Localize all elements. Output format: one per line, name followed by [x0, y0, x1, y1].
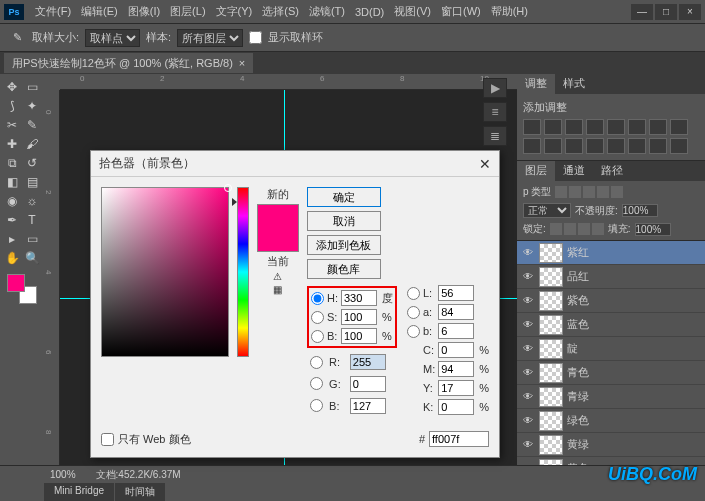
k-input[interactable]	[438, 399, 474, 415]
channels-tab[interactable]: 通道	[555, 161, 593, 181]
rgb-b-input[interactable]	[350, 398, 386, 414]
filter-adj-icon[interactable]	[569, 186, 581, 198]
cancel-button[interactable]: 取消	[307, 211, 381, 231]
swatches-panel-icon[interactable]: ≡	[483, 102, 507, 122]
L-radio[interactable]	[407, 287, 420, 300]
stamp-tool[interactable]: ⧉	[3, 154, 21, 172]
menu-help[interactable]: 帮助(H)	[486, 4, 533, 19]
eraser-tool[interactable]: ◧	[3, 173, 21, 191]
heal-tool[interactable]: ✚	[3, 135, 21, 153]
menu-file[interactable]: 文件(F)	[30, 4, 76, 19]
lock-trans-icon[interactable]	[550, 223, 562, 235]
web-only-checkbox[interactable]	[101, 433, 114, 446]
visibility-icon[interactable]: 👁	[521, 438, 535, 452]
filter-smart-icon[interactable]	[611, 186, 623, 198]
current-color-swatch[interactable]	[258, 228, 298, 251]
adjustments-tab[interactable]: 调整	[517, 74, 555, 94]
layer-row[interactable]: 👁紫红	[517, 241, 705, 265]
gamut-warning-icon[interactable]: ⚠	[273, 271, 282, 282]
adj-exposure-icon[interactable]	[586, 119, 604, 135]
path-select-tool[interactable]: ▸	[3, 230, 21, 248]
adj-posterize-icon[interactable]	[607, 138, 625, 154]
L-input[interactable]	[438, 285, 474, 301]
dodge-tool[interactable]: ☼	[23, 192, 41, 210]
sat-radio[interactable]	[311, 311, 324, 324]
lasso-tool[interactable]: ⟆	[3, 97, 21, 115]
websafe-icon[interactable]: ▦	[273, 284, 282, 295]
adj-lookup-icon[interactable]	[565, 138, 583, 154]
layer-row[interactable]: 👁绿色	[517, 409, 705, 433]
lab-b-radio[interactable]	[407, 325, 420, 338]
c-input[interactable]	[438, 342, 474, 358]
layer-row[interactable]: 👁紫色	[517, 289, 705, 313]
visibility-icon[interactable]: 👁	[521, 342, 535, 356]
menu-edit[interactable]: 编辑(E)	[76, 4, 123, 19]
hue-slider[interactable]	[237, 187, 249, 357]
r-radio[interactable]	[307, 356, 326, 369]
adj-threshold-icon[interactable]	[628, 138, 646, 154]
lab-b-input[interactable]	[438, 323, 474, 339]
layer-thumbnail[interactable]	[539, 291, 563, 311]
visibility-icon[interactable]: 👁	[521, 414, 535, 428]
menu-view[interactable]: 视图(V)	[389, 4, 436, 19]
window-close-button[interactable]: ×	[679, 4, 701, 20]
layer-thumbnail[interactable]	[539, 411, 563, 431]
eyedropper-tool[interactable]: ✎	[23, 116, 41, 134]
sample-layers-select[interactable]: 所有图层	[177, 29, 243, 47]
r-input[interactable]	[350, 354, 386, 370]
document-tab[interactable]: 用PS快速绘制12色环 @ 100% (紫红, RGB/8) ×	[4, 53, 253, 73]
styles-tab[interactable]: 样式	[555, 74, 593, 94]
g-radio[interactable]	[307, 377, 326, 390]
bri-input[interactable]	[341, 328, 377, 344]
pen-tool[interactable]: ✒	[3, 211, 21, 229]
g-input[interactable]	[350, 376, 386, 392]
lock-pixel-icon[interactable]	[564, 223, 576, 235]
zoom-tool[interactable]: 🔍	[23, 249, 41, 267]
menu-3d[interactable]: 3D(D)	[350, 6, 389, 18]
menu-type[interactable]: 文字(Y)	[211, 4, 258, 19]
brush-tool[interactable]: 🖌	[23, 135, 41, 153]
adj-levels-icon[interactable]	[544, 119, 562, 135]
filter-pixel-icon[interactable]	[555, 186, 567, 198]
filter-text-icon[interactable]	[583, 186, 595, 198]
visibility-icon[interactable]: 👁	[521, 318, 535, 332]
hue-radio[interactable]	[311, 292, 324, 305]
menu-filter[interactable]: 滤镜(T)	[304, 4, 350, 19]
layer-row[interactable]: 👁黄绿	[517, 433, 705, 457]
layer-row[interactable]: 👁青色	[517, 361, 705, 385]
visibility-icon[interactable]: 👁	[521, 246, 535, 260]
layer-row[interactable]: 👁蓝色	[517, 313, 705, 337]
blur-tool[interactable]: ◉	[3, 192, 21, 210]
adj-photo-filter-icon[interactable]	[523, 138, 541, 154]
mini-bridge-tab[interactable]: Mini Bridge	[44, 483, 115, 501]
add-swatch-button[interactable]: 添加到色板	[307, 235, 381, 255]
menu-layer[interactable]: 图层(L)	[165, 4, 210, 19]
web-only-checkbox-row[interactable]: 只有 Web 颜色	[101, 431, 191, 447]
paths-tab[interactable]: 路径	[593, 161, 631, 181]
gradient-tool[interactable]: ▤	[23, 173, 41, 191]
menu-select[interactable]: 选择(S)	[257, 4, 304, 19]
adj-selective-icon[interactable]	[670, 138, 688, 154]
adj-brightness-icon[interactable]	[523, 119, 541, 135]
a-radio[interactable]	[407, 306, 420, 319]
foreground-color-swatch[interactable]	[7, 274, 25, 292]
y-input[interactable]	[438, 380, 474, 396]
lock-all-icon[interactable]	[592, 223, 604, 235]
wand-tool[interactable]: ✦	[23, 97, 41, 115]
layer-row[interactable]: 👁品红	[517, 265, 705, 289]
adj-mixer-icon[interactable]	[544, 138, 562, 154]
window-maximize-button[interactable]: □	[655, 4, 677, 20]
adj-vibrance-icon[interactable]	[607, 119, 625, 135]
hand-tool[interactable]: ✋	[3, 249, 21, 267]
opacity-input[interactable]	[622, 204, 658, 217]
layer-row[interactable]: 👁靛	[517, 337, 705, 361]
blend-mode-select[interactable]: 正常	[523, 203, 571, 218]
shape-tool[interactable]: ▭	[23, 230, 41, 248]
crop-tool[interactable]: ✂	[3, 116, 21, 134]
history-panel-icon[interactable]: ▶	[483, 78, 507, 98]
rgb-b-radio[interactable]	[307, 399, 326, 412]
visibility-icon[interactable]: 👁	[521, 366, 535, 380]
sat-input[interactable]	[341, 309, 377, 325]
window-minimize-button[interactable]: —	[631, 4, 653, 20]
layer-thumbnail[interactable]	[539, 339, 563, 359]
